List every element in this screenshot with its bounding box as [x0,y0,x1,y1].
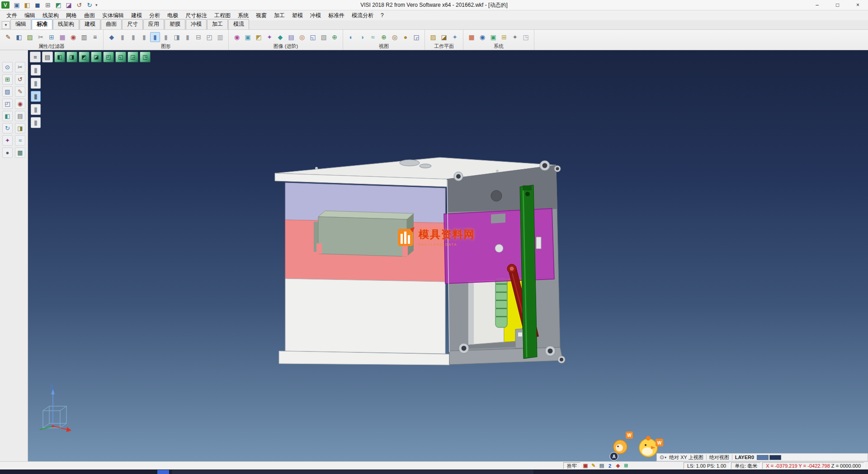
layers-icon[interactable]: ▤ [15,111,25,121]
workplane-icon-2[interactable]: ✦ [450,32,460,42]
views-icon-5[interactable]: ● [401,32,410,42]
current-view-label[interactable]: 绝对 XY 上视图 [669,454,703,461]
snap-icon[interactable]: ⊞ [2,74,13,85]
image-advanced-icon-6[interactable]: ◎ [297,32,307,42]
view-cube-2-icon[interactable]: ◨ [66,52,77,62]
status-red-icon[interactable]: ▣ [582,462,589,469]
tab-2[interactable]: 线架构 [53,19,79,29]
graphics-icon-6[interactable]: ◨ [172,32,182,42]
properties-filters-icon-1[interactable]: ◧ [14,32,24,42]
views-icon-1[interactable]: ◑ [357,32,367,42]
status-book-icon[interactable]: ▤ [598,462,605,469]
maximize-button[interactable]: □ [827,0,848,10]
system-icon-4[interactable]: ✦ [510,32,520,42]
tab-4[interactable]: 曲面 [101,19,122,29]
image-advanced-icon-8[interactable]: ▧ [319,32,329,42]
menubar-item-16[interactable]: 标准件 [325,10,348,21]
half-view-icon[interactable]: ◧ [2,111,13,121]
workplane-icon-1[interactable]: ◪ [439,32,449,42]
save-icon[interactable]: ◼ [33,0,42,10]
view-cube-5-icon[interactable]: ◰ [103,52,114,62]
viewbar-list-icon[interactable]: ≡ [30,52,41,62]
minimize-button[interactable]: – [807,0,827,10]
system-icon-0[interactable]: ▦ [467,32,476,42]
rotate-icon[interactable]: ↺ [15,74,25,85]
tab-7[interactable]: 塑膜 [165,19,185,29]
section-icon[interactable]: ◨ [15,123,25,133]
properties-filters-icon-3[interactable]: ✂ [36,32,46,42]
properties-filters-icon-5[interactable]: ▦ [57,32,67,42]
graphics-icon-10[interactable]: ▥ [215,32,225,42]
import-icon[interactable]: ◩ [53,0,63,10]
close-button[interactable]: × [848,0,868,10]
solid-mode-1-icon[interactable]: ▮ [31,65,41,76]
tab-3[interactable]: 建模 [80,19,100,29]
dot-icon[interactable]: ● [2,147,13,158]
open-icon[interactable]: ◧ [22,0,32,10]
new-doc-icon[interactable]: ▣ [12,0,22,10]
graphics-icon-0[interactable]: ◆ [107,32,117,42]
hatch-icon[interactable]: ▨ [2,86,13,97]
graphics-icon-3[interactable]: ▮ [139,32,149,42]
view-cube-1-icon[interactable]: ◧ [54,52,65,62]
menubar-item-17[interactable]: 模流分析 [348,10,377,21]
system-icon-1[interactable]: ◉ [477,32,487,42]
absolute-view-label[interactable]: 绝对视图 [709,454,729,461]
trim-icon[interactable]: ✂ [15,62,25,72]
active-layer-label[interactable]: LAYER0 [735,455,754,460]
view-cube-7-icon[interactable]: ◲ [127,52,138,62]
tab-0[interactable]: 编辑 [10,19,31,29]
views-icon-2[interactable]: ≈ [368,32,378,42]
properties-filters-icon-8[interactable]: ≡ [90,32,100,42]
system-icon-2[interactable]: ▣ [488,32,498,42]
views-icon-3[interactable]: ⊕ [379,32,389,42]
system-icon-3[interactable]: ⊞ [499,32,509,42]
menubar-item-12[interactable]: 视窗 [252,10,270,21]
frame-icon[interactable]: ◰ [2,99,13,109]
tab-1[interactable]: 标准 [32,19,52,29]
point-icon[interactable]: ◉ [15,99,25,109]
export-icon[interactable]: ◪ [64,0,74,10]
image-advanced-icon-1[interactable]: ▣ [243,32,253,42]
tab-10[interactable]: 模流 [228,19,249,29]
graphics-icon-5[interactable]: ▮ [161,32,171,42]
menubar-item-13[interactable]: 加工 [270,10,288,21]
redo-icon[interactable]: ↻ [85,0,94,10]
status-pen-icon[interactable]: ✎ [590,462,597,469]
tab-8[interactable]: 冲模 [186,19,207,29]
properties-filters-icon-6[interactable]: ◉ [68,32,78,42]
undo-icon[interactable]: ↺ [74,0,84,10]
image-advanced-icon-5[interactable]: ▤ [286,32,296,42]
graphics-icon-4[interactable]: ▮ [150,32,160,42]
solid-mode-5-icon[interactable]: ▮ [31,117,41,128]
viewport-3d[interactable]: ≡▤◧◨◩◪◰◱◲◳ ▮▮▮▮▮ [28,50,868,461]
image-advanced-icon-9[interactable]: ⊕ [330,32,340,42]
tab-dropdown-icon[interactable]: ▼ [2,21,10,29]
graphics-icon-2[interactable]: ▮ [128,32,138,42]
solid-mode-2-icon[interactable]: ▮ [31,78,41,89]
image-advanced-icon-4[interactable]: ◆ [275,32,285,42]
view-cube-4-icon[interactable]: ◪ [91,52,102,62]
wave-icon[interactable]: ≈ [15,135,25,146]
solid-mode-3-icon[interactable]: ▮ [31,91,41,102]
layer-color-swatch-1[interactable] [769,455,781,460]
select-icon[interactable]: ⊙ [2,62,13,72]
properties-filters-icon-4[interactable]: ⊞ [47,32,57,42]
tab-6[interactable]: 应用 [143,19,164,29]
system-icon-5[interactable]: ◳ [521,32,531,42]
image-advanced-icon-2[interactable]: ◩ [254,32,264,42]
views-icon-4[interactable]: ◎ [390,32,400,42]
properties-filters-icon-2[interactable]: ▨ [25,32,35,42]
spark-icon[interactable]: ✦ [2,135,13,146]
view-cube-8-icon[interactable]: ◳ [140,52,151,62]
properties-filters-icon-0[interactable]: ✎ [3,32,13,42]
tab-5[interactable]: 尺寸 [122,19,143,29]
taskbar-window-button[interactable] [172,470,533,474]
solid-mode-4-icon[interactable]: ▮ [31,104,41,115]
menubar-item-15[interactable]: 冲模 [307,10,325,21]
graphics-icon-7[interactable]: ▮ [183,32,193,42]
view-cube-3-icon[interactable]: ◩ [79,52,90,62]
redo-view-icon[interactable]: ↻ [2,123,13,133]
layer-color-swatch-0[interactable] [757,455,769,460]
workplane-icon-0[interactable]: ▨ [428,32,438,42]
